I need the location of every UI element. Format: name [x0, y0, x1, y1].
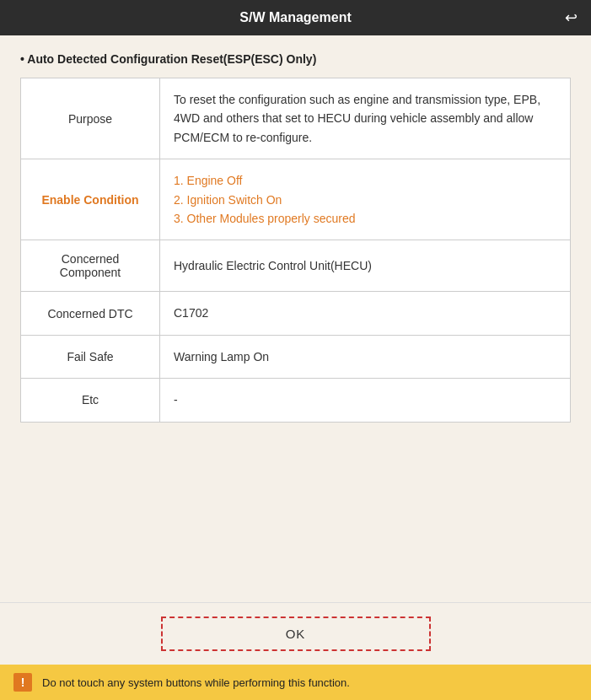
- table-row: Etc-: [21, 379, 571, 422]
- warning-icon: !: [13, 673, 32, 692]
- row-label-0: Purpose: [21, 78, 160, 159]
- info-table: PurposeTo reset the configuration such a…: [20, 78, 571, 423]
- ok-button[interactable]: OK: [161, 617, 431, 651]
- row-value-4: Warning Lamp On: [160, 335, 571, 378]
- row-value-1: 1. Engine Off2. Ignition Switch On3. Oth…: [160, 159, 571, 240]
- warning-bar: ! Do not touch any system buttons while …: [0, 665, 591, 700]
- list-item: 3. Other Modules properly secured: [174, 209, 556, 228]
- header: S/W Management ↩: [0, 0, 591, 35]
- row-label-2: Concerned Component: [21, 240, 160, 292]
- header-title: S/W Management: [239, 10, 351, 25]
- table-row: Concerned ComponentHydraulic Electric Co…: [21, 240, 571, 292]
- row-label-3: Concerned DTC: [21, 292, 160, 335]
- row-label-1: Enable Condition: [21, 159, 160, 240]
- row-label-5: Etc: [21, 379, 160, 422]
- row-label-4: Fail Safe: [21, 335, 160, 378]
- row-value-2: Hydraulic Electric Control Unit(HECU): [160, 240, 571, 292]
- back-icon[interactable]: ↩: [565, 8, 578, 27]
- list-item: 1. Engine Off: [174, 171, 556, 190]
- list-item: 2. Ignition Switch On: [174, 191, 556, 209]
- button-area: OK: [0, 602, 591, 665]
- row-value-5: -: [160, 379, 571, 422]
- table-row: Enable Condition1. Engine Off2. Ignition…: [21, 159, 571, 240]
- table-row: Fail SafeWarning Lamp On: [21, 335, 571, 378]
- main-content: • Auto Detected Configuration Reset(ESP(…: [0, 35, 591, 602]
- section-title: • Auto Detected Configuration Reset(ESP(…: [20, 52, 571, 66]
- table-row: PurposeTo reset the configuration such a…: [21, 78, 571, 159]
- table-row: Concerned DTCC1702: [21, 292, 571, 335]
- row-value-3: C1702: [160, 292, 571, 335]
- warning-text: Do not touch any system buttons while pe…: [42, 676, 350, 689]
- row-value-0: To reset the configuration such as engin…: [160, 78, 571, 159]
